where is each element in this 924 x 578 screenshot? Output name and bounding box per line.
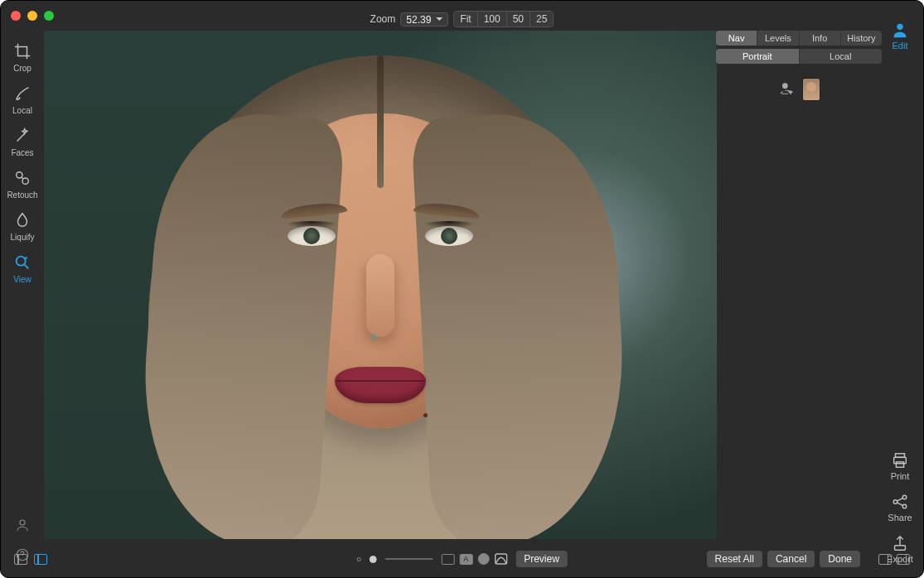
zoom-preset-100[interactable]: 100	[478, 12, 507, 26]
add-face-button[interactable]	[778, 80, 795, 99]
tool-liquify[interactable]: Liquify	[11, 211, 35, 242]
tool-label: View	[13, 275, 31, 284]
layout-panel-right-2[interactable]	[897, 554, 910, 565]
bottom-bar: A Preview Reset All Cancel Done	[14, 549, 910, 569]
tool-view[interactable]: View	[13, 253, 31, 284]
zoom-label: Zoom	[370, 13, 396, 25]
zoom-presets: Fit 100 50 25	[453, 11, 554, 27]
share-icon	[891, 493, 909, 511]
crop-icon	[13, 42, 31, 60]
tool-faces[interactable]: Faces	[11, 127, 33, 157]
faces-row	[716, 67, 882, 112]
right-panel: Nav Levels Info History Portrait Local	[716, 7, 882, 112]
print-button[interactable]: Print	[891, 451, 910, 481]
tool-sidebar: Crop Local Faces Retouch Liquify View	[1, 34, 44, 284]
person-outline-icon[interactable]	[15, 518, 30, 532]
person-edit-icon	[891, 21, 909, 39]
zoom-bar: Zoom 52.39 Fit 100 50 25	[370, 11, 554, 27]
subtab-local[interactable]: Local	[800, 49, 883, 64]
wand-icon	[13, 127, 31, 145]
zoom-preset-50[interactable]: 50	[507, 12, 530, 26]
tool-label: Liquify	[11, 233, 35, 242]
tool-crop[interactable]: Crop	[13, 42, 31, 73]
view-circle-icon[interactable]	[477, 553, 489, 565]
tool-label: Crop	[13, 64, 31, 73]
portrait-mole	[423, 413, 428, 417]
tab-nav[interactable]: Nav	[716, 31, 757, 46]
svg-point-3	[25, 257, 27, 259]
retouch-icon	[13, 169, 31, 187]
portrait-nosering	[370, 334, 377, 340]
maximize-dot[interactable]	[44, 11, 54, 21]
portrait-eye-right	[425, 226, 473, 246]
bottom-left-layout	[14, 554, 47, 565]
view-curve-icon[interactable]	[494, 553, 507, 565]
view-mode-icons: A	[441, 553, 507, 565]
portrait-hair-part	[377, 55, 384, 188]
subtab-portrait[interactable]: Portrait	[716, 49, 800, 64]
window-controls	[11, 11, 54, 21]
portrait-nose	[366, 254, 394, 337]
face-thumbnail[interactable]	[803, 79, 820, 100]
svg-point-1	[22, 178, 28, 184]
minimize-dot[interactable]	[27, 11, 37, 21]
portrait-lipline	[336, 380, 424, 382]
portrait-lips	[335, 367, 426, 403]
layout-panel-left[interactable]	[14, 554, 27, 565]
svg-point-4	[20, 520, 25, 525]
view-rect-icon[interactable]	[441, 554, 454, 565]
tool-label: Retouch	[7, 190, 37, 200]
image-canvas[interactable]	[44, 31, 717, 539]
liquify-icon	[13, 211, 31, 229]
tool-local[interactable]: Local	[12, 84, 32, 115]
right-edge: Edit Print Share Export	[885, 21, 915, 51]
print-icon	[891, 451, 909, 470]
done-button[interactable]: Done	[820, 551, 860, 567]
edit-label: Edit	[893, 41, 908, 51]
layout-panel-right[interactable]	[878, 554, 892, 565]
dot-large[interactable]	[369, 556, 376, 563]
svg-point-0	[17, 172, 22, 178]
tool-label: Local	[12, 106, 32, 115]
cancel-button[interactable]: Cancel	[767, 551, 815, 567]
edit-mode-button[interactable]: Edit	[891, 21, 909, 51]
share-label: Share	[888, 513, 912, 523]
dot-small[interactable]	[356, 557, 360, 561]
preview-button[interactable]: Preview	[515, 551, 568, 567]
tool-retouch[interactable]: Retouch	[7, 169, 37, 200]
print-label: Print	[891, 471, 910, 481]
close-dot[interactable]	[11, 11, 21, 21]
svg-point-2	[17, 257, 26, 266]
zoom-value: 52.39	[406, 14, 431, 26]
size-slider[interactable]	[385, 558, 433, 560]
right-subtabs: Portrait Local	[716, 49, 882, 64]
tab-history[interactable]: History	[841, 31, 882, 46]
layout-panel-left-active[interactable]	[34, 554, 47, 565]
tab-info[interactable]: Info	[800, 31, 841, 46]
share-button[interactable]: Share	[888, 493, 912, 523]
svg-rect-9	[896, 462, 903, 467]
portrait-necklace	[264, 494, 496, 539]
svg-point-6	[897, 24, 902, 30]
bottom-right: Reset All Cancel Done	[707, 551, 910, 567]
portrait-eye-left	[288, 226, 336, 246]
add-person-icon	[778, 80, 795, 97]
portrait-hair-left	[133, 108, 346, 539]
right-tabs: Nav Levels Info History	[716, 31, 882, 46]
reset-all-button[interactable]: Reset All	[707, 551, 762, 567]
zoom-select[interactable]: 52.39	[400, 12, 448, 26]
zoom-preset-25[interactable]: 25	[530, 12, 553, 26]
tab-levels[interactable]: Levels	[757, 31, 799, 46]
tool-label: Faces	[11, 148, 33, 157]
bottom-center: A Preview	[356, 551, 568, 567]
zoom-preset-fit[interactable]: Fit	[454, 12, 477, 26]
brush-icon	[13, 84, 31, 103]
view-icon	[13, 253, 31, 272]
portrait-hair-right	[411, 108, 632, 539]
view-a-icon[interactable]: A	[459, 554, 472, 565]
